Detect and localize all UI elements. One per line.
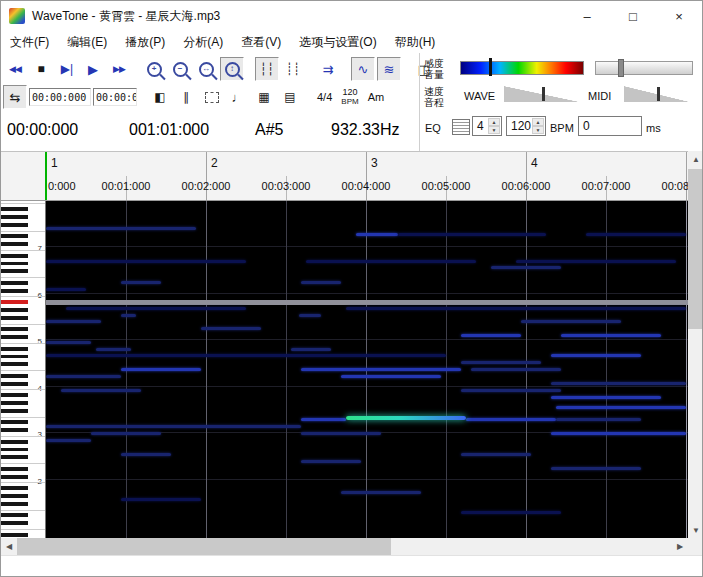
close-button[interactable]: × [656, 1, 702, 31]
black-key-ds1[interactable] [1, 513, 28, 517]
black-key-gs2[interactable] [1, 448, 28, 452]
sensitivity-slider-thumb[interactable] [489, 58, 492, 76]
black-key-as6[interactable] [1, 254, 28, 258]
black-key-cs3[interactable] [1, 428, 28, 432]
black-key-as0[interactable] [1, 533, 28, 537]
black-key-as1[interactable] [1, 486, 28, 490]
zoom-vertical-button[interactable]: ↕ [220, 57, 244, 81]
tuner-button[interactable]: ∥ [174, 85, 198, 109]
wave-view-button[interactable]: ∿ [351, 57, 375, 81]
time-ruler[interactable]: 10:00000:01:000200:02:00000:03:000300:04… [1, 151, 688, 201]
volume-slider[interactable] [595, 61, 693, 75]
fast-forward-button[interactable]: ▶▶ [107, 57, 131, 81]
black-key-gs4[interactable] [1, 355, 28, 359]
beats-up-button[interactable]: ▲ [488, 118, 500, 126]
zoom-out-button[interactable]: − [168, 57, 192, 81]
wave-volume-slider[interactable] [504, 86, 580, 102]
free-grid-button[interactable]: ┊┊ [281, 57, 305, 81]
black-key-as2[interactable] [1, 440, 28, 444]
black-key-fs5[interactable] [1, 316, 28, 320]
black-key-gs7[interactable] [1, 215, 28, 219]
piano-keyboard[interactable]: 765432 [1, 201, 46, 538]
beats-spinner[interactable]: 4 ▲ ▼ [472, 116, 502, 136]
minimize-button[interactable]: – [564, 1, 610, 31]
black-key-gs1[interactable] [1, 494, 28, 498]
time-signature-label[interactable]: 4/4 [313, 91, 336, 103]
maximize-button[interactable]: □ [610, 1, 656, 31]
midi-volume-slider[interactable] [624, 86, 690, 102]
loop-start-input[interactable]: 00:00:000 [29, 88, 91, 106]
menu-item-0[interactable]: 文件(F) [1, 31, 58, 53]
tempo-spinner[interactable]: 120 ▲ ▼ [506, 116, 546, 136]
eq-grid-icon[interactable] [452, 119, 470, 135]
tempo-up-button[interactable]: ▲ [532, 118, 544, 126]
zoom-horizontal-button[interactable]: ↔ [194, 57, 218, 81]
horizontal-scroll-thumb[interactable] [17, 538, 391, 555]
select-range-button[interactable] [200, 85, 224, 109]
scroll-left-button[interactable]: ◀ [1, 538, 17, 555]
black-key-cs6[interactable] [1, 289, 28, 293]
key-label[interactable]: Am [364, 91, 389, 103]
vertical-scrollbar[interactable]: ▲ ▼ [688, 151, 703, 538]
vertical-scroll-thumb[interactable] [688, 169, 703, 329]
auto-scroll-button[interactable]: ⇉ [316, 57, 340, 81]
black-key-fs3[interactable] [1, 409, 28, 413]
sensitivity-color-slider[interactable] [460, 61, 584, 75]
black-key-fs6[interactable] [1, 269, 28, 273]
black-key-ds3[interactable] [1, 420, 28, 424]
note-input-button[interactable]: ♩ [226, 85, 250, 109]
stop-button[interactable]: ■ [29, 57, 53, 81]
black-key-ds2[interactable] [1, 467, 28, 471]
piano-roll-button[interactable]: ▤ [278, 85, 302, 109]
grid-view-button[interactable]: ▦ [252, 85, 276, 109]
scroll-right-button[interactable]: ▶ [672, 538, 688, 555]
scroll-down-button[interactable]: ▼ [688, 522, 703, 538]
beats-down-button[interactable]: ▼ [488, 126, 500, 134]
black-key-fs7[interactable] [1, 223, 28, 227]
black-key-fs2[interactable] [1, 455, 28, 459]
midi-slider-thumb[interactable] [657, 87, 660, 101]
rewind-button[interactable]: ◀◀ [3, 57, 27, 81]
wave-slider-thumb[interactable] [542, 87, 545, 101]
play-pause-button[interactable]: ▶| [55, 57, 79, 81]
black-key-fs1[interactable] [1, 502, 28, 506]
tempo-down-button[interactable]: ▼ [532, 126, 544, 134]
tempo-label[interactable]: 120BPM [338, 88, 361, 106]
black-key-fs4[interactable] [1, 362, 28, 366]
black-key-ds7[interactable] [1, 234, 28, 238]
black-key-as5[interactable] [1, 300, 28, 304]
volume-slider-thumb[interactable] [618, 59, 624, 77]
offset-input[interactable]: 0 [578, 116, 642, 136]
black-key-as3[interactable] [1, 393, 28, 397]
black-key-as7[interactable] [1, 207, 28, 211]
black-key-ds6[interactable] [1, 281, 28, 285]
horizontal-scrollbar[interactable]: ◀ ▶ [1, 538, 688, 555]
play-button[interactable]: ▶ [81, 57, 105, 81]
menu-item-3[interactable]: 分析(A) [174, 31, 232, 53]
menu-item-1[interactable]: 编辑(E) [58, 31, 116, 53]
loop-button[interactable]: ⇆ [3, 85, 27, 109]
black-key-cs7[interactable] [1, 242, 28, 246]
playhead-marker[interactable] [45, 152, 47, 200]
menu-item-6[interactable]: 帮助(H) [386, 31, 445, 53]
black-key-gs5[interactable] [1, 308, 28, 312]
split-view-button[interactable]: ◧ [148, 85, 172, 109]
black-key-cs4[interactable] [1, 382, 28, 386]
black-key-as4[interactable] [1, 347, 28, 351]
black-key-gs6[interactable] [1, 262, 28, 266]
black-key-ds5[interactable] [1, 327, 28, 331]
black-key-cs1[interactable] [1, 521, 28, 525]
snap-grid-button[interactable]: ┆┆ [255, 57, 279, 81]
black-key-cs5[interactable] [1, 335, 28, 339]
menu-item-4[interactable]: 查看(V) [232, 31, 290, 53]
menu-item-2[interactable]: 播放(P) [116, 31, 174, 53]
zoom-in-button[interactable]: + [142, 57, 166, 81]
scroll-up-button[interactable]: ▲ [688, 151, 703, 167]
black-key-ds4[interactable] [1, 374, 28, 378]
black-key-cs2[interactable] [1, 475, 28, 479]
loop-end-input[interactable]: 00:00:000 [93, 88, 137, 106]
menu-item-5[interactable]: 选项与设置(O) [290, 31, 385, 53]
spectrum-view-button[interactable]: ≋ [377, 57, 401, 81]
spectrogram-view[interactable] [46, 201, 688, 538]
black-key-gs3[interactable] [1, 401, 28, 405]
